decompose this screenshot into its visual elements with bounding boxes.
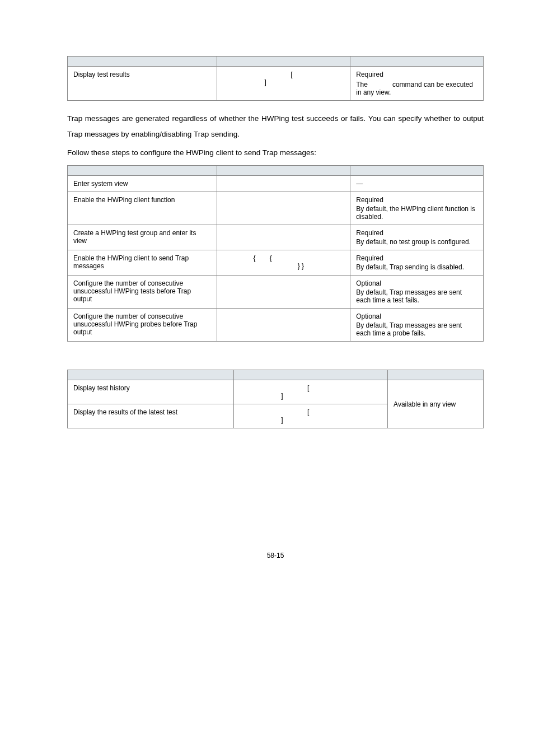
table-display-results: Display test results display hwping resu… (67, 56, 484, 101)
cell-remark: Available in any view (388, 380, 484, 428)
cell-cmd: system-view (217, 176, 350, 192)
table-row: Configure the number of consecutive unsu… (68, 309, 484, 342)
table-header-cell (350, 57, 484, 67)
table-header-cell (217, 166, 350, 176)
optional-label: Optional (356, 279, 477, 287)
required-label: Required (356, 71, 477, 78)
cell-cmd: test-failtimes times (217, 276, 350, 309)
display-test-results-remark: Required The display command can be exec… (350, 67, 484, 101)
table-row: Create a HWPing test group and enter its… (68, 225, 484, 250)
required-label: Required (356, 229, 477, 237)
cell-label: Configure the number of consecutive unsu… (68, 309, 217, 342)
cell-label: Configure the number of consecutive unsu… (68, 276, 217, 309)
cell-label: Display test history (68, 380, 234, 404)
table-header-cell (68, 370, 234, 380)
cell-label: Create a HWPing test group and enter its… (68, 225, 217, 250)
remark-text: By default, Trap sending is disabled. (356, 263, 477, 271)
optional-label: Optional (356, 312, 477, 320)
trap-para-1: Trap messages are generated regardless o… (67, 111, 484, 143)
cell-cmd: hwping administrator-name operation-tag (217, 225, 350, 250)
remark-text: By default, no test group is configured. (356, 238, 477, 246)
table-header-cell (217, 57, 350, 67)
cell-label: Enable the HWPing client function (68, 192, 217, 225)
cell-cmd: send-trap { all | { probefailure | testc… (217, 250, 350, 276)
table-row: Configure the number of consecutive unsu… (68, 276, 484, 309)
trap-para-2: Follow these steps to configure the HWPi… (67, 145, 484, 161)
table-header-cell (388, 370, 484, 380)
cell-remark: Required By default, no test group is co… (350, 225, 484, 250)
table-display-commands: Display test history display hwping hist… (67, 370, 484, 428)
cell-cmd: display hwping history [ administrator-n… (234, 380, 388, 404)
table-header-cell (234, 370, 388, 380)
required-label: Required (356, 254, 477, 262)
cell-remark: Required By default, the HWPing client f… (350, 192, 484, 225)
cell-cmd: hwping-agent enable (217, 192, 350, 225)
remark-text: By default, the HWPing client function i… (356, 205, 477, 221)
page-number: 58-15 (67, 552, 484, 559)
display-test-results-cmd: display hwping results [ admin-name oper… (217, 67, 350, 101)
table-row: Enter system view system-view — (68, 176, 484, 192)
table-header-cell (68, 166, 217, 176)
table-header-cell (350, 166, 484, 176)
cell-remark: Optional By default, Trap messages are s… (350, 276, 484, 309)
cell-remark: Required By default, Trap sending is dis… (350, 250, 484, 276)
cell-cmd: display hwping results [ administrator-n… (234, 404, 388, 428)
cell-remark: Optional By default, Trap messages are s… (350, 309, 484, 342)
cell-remark: — (350, 176, 484, 192)
display-test-results-label: Display test results (68, 67, 217, 101)
table-header-cell (68, 57, 217, 67)
cell-label: Display the results of the latest test (68, 404, 234, 428)
remark-text: By default, Trap messages are sent each … (356, 288, 477, 304)
cell-cmd: probe-failtimes times (217, 309, 350, 342)
remark-text: By default, Trap messages are sent each … (356, 321, 477, 337)
table-row: Display test history display hwping hist… (68, 380, 484, 404)
table-trap-config: Enter system view system-view — Enable t… (67, 165, 484, 342)
cell-label: Enter system view (68, 176, 217, 192)
table-row: Enable the HWPing client to send Trap me… (68, 250, 484, 276)
table-row: Enable the HWPing client function hwping… (68, 192, 484, 225)
table-row: Display test results display hwping resu… (68, 67, 484, 101)
required-label: Required (356, 196, 477, 204)
cell-label: Enable the HWPing client to send Trap me… (68, 250, 217, 276)
